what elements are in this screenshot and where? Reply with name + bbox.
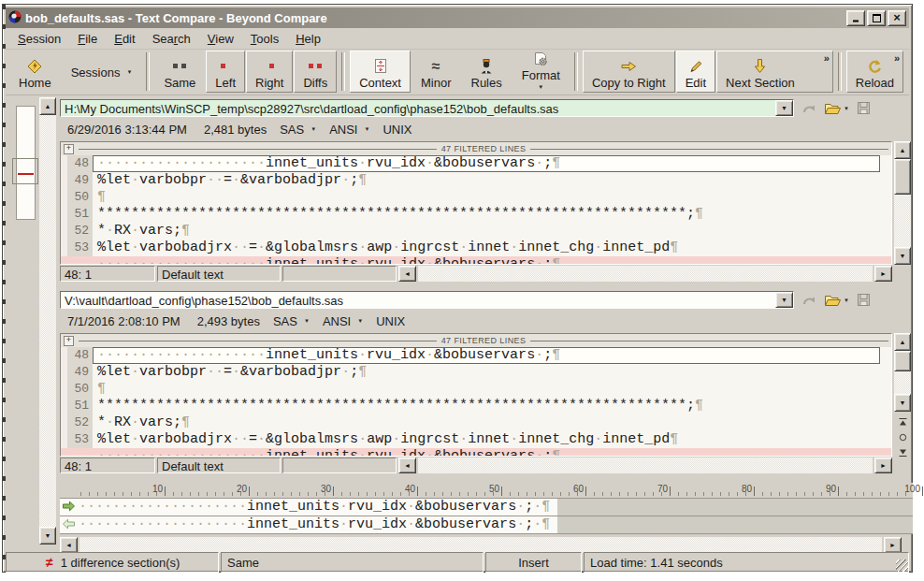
encoding-dropdown-arrow[interactable]: ▼ — [364, 126, 369, 132]
file-encoding-select[interactable]: ANSI▼ — [329, 123, 369, 137]
file-encoding-select[interactable]: ANSI▼ — [323, 314, 363, 328]
toolbar-button-right[interactable]: Right — [246, 51, 293, 93]
code-line-50[interactable]: 50¶ — [61, 189, 891, 206]
menu-item-tools[interactable]: Tools — [242, 30, 287, 48]
path-dropdown-button[interactable]: ▼ — [775, 292, 793, 308]
code-line-51[interactable]: 51**************************************… — [61, 398, 891, 414]
center-current-button[interactable] — [897, 431, 909, 443]
text-editor-pane[interactable]: + 47 FILTERED LINES 48··················… — [60, 141, 892, 265]
format-dropdown-arrow[interactable]: ▼ — [310, 126, 316, 132]
scroll-track[interactable] — [894, 371, 911, 394]
file-path-text[interactable]: H:\My Documents\WinSCP_temp\scp28927\src… — [61, 100, 775, 116]
scroll-track[interactable] — [39, 115, 56, 527]
browse-folder-button[interactable]: ▼ — [824, 102, 849, 115]
swap-button[interactable] — [801, 102, 816, 115]
horizontal-scroll-track[interactable] — [79, 537, 882, 553]
toolbar-button-same[interactable]: Same — [154, 51, 205, 93]
toolbar-button-diffs[interactable]: Diffs — [294, 51, 337, 93]
code-line-52[interactable]: 52*·RX·vars;¶ — [61, 414, 891, 431]
scroll-right-button[interactable]: ► — [884, 537, 902, 553]
path-dropdown-button[interactable]: ▼ — [775, 100, 793, 116]
toolbar-button-edit[interactable]: Edit — [676, 51, 715, 93]
menu-item-help[interactable]: Help — [287, 30, 329, 48]
menu-item-search[interactable]: Search — [144, 30, 199, 48]
file-path-text[interactable]: V:\vault\dartload_config\phase152\bob_de… — [61, 292, 775, 308]
code-line-48[interactable]: 48····················innet_units·rvu_id… — [61, 347, 891, 364]
toolbar-button-context[interactable]: Context — [350, 51, 411, 93]
previous-difference-button[interactable] — [897, 416, 909, 428]
file-format-select[interactable]: SAS▼ — [273, 314, 310, 328]
code-text[interactable]: %let·varbobpr··=·&varbobadjpr·;¶ — [93, 364, 891, 381]
dropdown-arrow-icon[interactable]: ▼ — [126, 69, 132, 75]
scroll-thumb[interactable] — [894, 351, 911, 371]
scroll-up-button[interactable]: ▲ — [894, 141, 911, 159]
scroll-down-button[interactable]: ▼ — [39, 527, 56, 545]
file-format-select[interactable]: SAS▼ — [280, 123, 316, 137]
toolbar-button-home[interactable]: Home — [9, 51, 61, 93]
code-line-49[interactable]: 49%let·varbobpr··=·&varbobadjpr·;¶ — [61, 172, 891, 189]
code-text[interactable]: %let·varbobadjrx··=·&globalmsrs·awp·ingr… — [93, 431, 891, 448]
toolbar-button-reload[interactable]: Reload» — [846, 51, 903, 93]
scroll-left-button[interactable]: ◄ — [398, 266, 416, 282]
code-text[interactable]: ····················innet_units·rvu_idx·… — [93, 347, 880, 364]
code-text[interactable]: ****************************************… — [93, 206, 891, 223]
browse-folder-button[interactable]: ▼ — [824, 294, 849, 307]
code-line-50[interactable]: 50¶ — [61, 381, 891, 398]
scroll-up-button[interactable]: ▲ — [39, 97, 56, 115]
resize-grip[interactable] — [896, 559, 908, 572]
scroll-thumb[interactable] — [894, 159, 911, 195]
toolbar-button-sessions[interactable]: Sessions▼ — [62, 51, 142, 93]
text-editor-pane[interactable]: + 47 FILTERED LINES 48··················… — [60, 333, 892, 457]
code-text[interactable]: ¶ — [93, 381, 891, 398]
code-line-53[interactable]: 53%let·varbobadjrx··=·&globalmsrs·awp·in… — [61, 431, 891, 448]
minimize-button[interactable] — [846, 10, 865, 26]
toolbar-overflow-chevron[interactable]: » — [824, 52, 830, 64]
menu-item-view[interactable]: View — [199, 30, 242, 48]
file-overview-thumbnail[interactable] — [12, 100, 37, 545]
encoding-dropdown-arrow[interactable]: ▼ — [357, 318, 363, 324]
code-line-49[interactable]: 49%let·varbobpr··=·&varbobadjpr·;¶ — [61, 364, 891, 381]
save-button[interactable] — [857, 101, 871, 115]
scroll-right-button[interactable]: ► — [874, 266, 892, 282]
toolbar-button-left[interactable]: Left — [206, 51, 245, 93]
menu-item-edit[interactable]: Edit — [106, 30, 143, 48]
code-text[interactable]: ····················innet_units·rvu_idx·… — [93, 155, 880, 172]
toolbar-button-next-section[interactable]: Next Section» — [716, 51, 833, 93]
toolbar-overflow-chevron[interactable]: » — [894, 52, 900, 64]
toolbar-button-format[interactable]: Format▼ — [513, 51, 570, 93]
expand-filtered-button[interactable]: + — [64, 336, 74, 346]
browse-dropdown-arrow[interactable]: ▼ — [844, 106, 849, 111]
scroll-down-button[interactable]: ▼ — [894, 247, 911, 265]
menu-item-file[interactable]: File — [69, 30, 106, 48]
code-text[interactable]: ****************************************… — [93, 398, 891, 414]
toolbar-button-rules[interactable]: Rules — [462, 51, 512, 93]
file-path-combobox[interactable]: H:\My Documents\WinSCP_temp\scp28927\src… — [60, 99, 794, 117]
scroll-left-button[interactable]: ◄ — [398, 458, 416, 473]
code-line-48[interactable]: 48····················innet_units·rvu_id… — [61, 155, 891, 172]
scroll-up-button[interactable]: ▲ — [894, 333, 911, 351]
code-text[interactable]: *·RX·vars;¶ — [93, 223, 891, 240]
dropdown-arrow-icon[interactable]: ▼ — [538, 84, 543, 90]
scroll-right-button[interactable]: ► — [874, 458, 892, 473]
code-line-52[interactable]: 52*·RX·vars;¶ — [61, 223, 891, 240]
code-text[interactable]: %let·varbobpr··=·&varbobadjpr·;¶ — [93, 172, 891, 189]
scroll-down-button[interactable]: ▼ — [894, 394, 911, 412]
code-text[interactable]: %let·varbobadjrx··=·&globalmsrs·awp·ingr… — [93, 240, 891, 256]
file-path-combobox[interactable]: V:\vault\dartload_config\phase152\bob_de… — [60, 291, 794, 309]
toolbar-button-minor[interactable]: ≈Minor — [411, 51, 461, 93]
next-difference-button[interactable] — [897, 446, 909, 458]
toolbar-button-copy-to-right[interactable]: Copy to Right — [583, 51, 675, 93]
horizontal-scroll-track[interactable] — [418, 266, 873, 282]
swap-button[interactable] — [801, 294, 816, 307]
format-dropdown-arrow[interactable]: ▼ — [304, 318, 310, 324]
code-line-51[interactable]: 51**************************************… — [61, 206, 891, 223]
scroll-track[interactable] — [894, 195, 911, 247]
browse-dropdown-arrow[interactable]: ▼ — [844, 298, 849, 303]
expand-filtered-button[interactable]: + — [64, 144, 74, 154]
scroll-left-button[interactable]: ◄ — [60, 537, 78, 553]
save-button[interactable] — [857, 293, 871, 307]
menu-item-session[interactable]: Session — [9, 30, 69, 48]
horizontal-scroll-track[interactable] — [418, 458, 873, 473]
close-button[interactable]: × — [888, 10, 906, 26]
maximize-button[interactable] — [867, 10, 886, 26]
